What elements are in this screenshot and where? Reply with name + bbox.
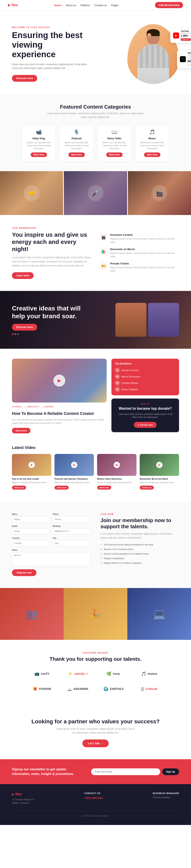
brands-grid: 📺 zooTV ⚡ velocity 9 🌿 treva. 🎵 muzica 🦊…: [26, 668, 165, 694]
footer-phone[interactable]: +6221.2002.2012: [84, 797, 103, 800]
nav-about[interactable]: About us: [66, 4, 76, 7]
donate-cta-box: Donate Wanted to became top donate? Lore…: [111, 399, 179, 432]
content-title: How To Become A Reliable Content Creator: [12, 411, 107, 416]
video-watch-button-2[interactable]: Watch now: [54, 486, 69, 490]
membership-tag: Join Membership: [12, 227, 91, 229]
perk-2: ✓ Access to FLY exclusive menu: [101, 548, 179, 551]
codelab-label: CodeLab: [146, 687, 157, 690]
add-membership-button[interactable]: Add Membership: [155, 2, 183, 8]
brand-foxhub: 🦊 FOXHUB: [26, 683, 58, 694]
perk-1: ✓ 15% discount across almost everything …: [101, 544, 179, 546]
video-title-1: How to be the best couple: [12, 477, 51, 480]
membership-cta-button[interactable]: Learn more: [12, 272, 34, 279]
podcast-icon: 🎙️: [64, 129, 89, 135]
nav-pages[interactable]: Pages: [111, 4, 119, 7]
merch-desc: Magna torquent dictum viverra aenean max…: [110, 251, 179, 258]
muzica-label: muzica: [148, 672, 157, 675]
content-image-wrapper: ▶: [12, 359, 107, 403]
read-more-button[interactable]: Read more: [12, 428, 31, 433]
play-overlay-2[interactable]: ▶: [71, 462, 77, 468]
city-field: City: [53, 537, 91, 546]
city-label: City: [53, 537, 91, 539]
donate-title: Wanted to became top donate?: [116, 406, 175, 411]
email-input[interactable]: [12, 528, 50, 534]
footer-logo[interactable]: ▶ fleu: [12, 792, 35, 796]
city-input[interactable]: [53, 540, 91, 546]
perk-check-2: ✓: [101, 548, 102, 551]
footer-brand: ▶ fleu Jl. Cempaka Wang No 22 Jakarta - …: [12, 792, 35, 805]
newsletter-signup-button[interactable]: Sign Up: [162, 768, 179, 775]
hero-person-figure: [133, 30, 173, 84]
donor-avatar-3: CW: [115, 381, 120, 385]
footer-copyright: © 2024 Fleu. All rights reserved.: [12, 811, 179, 817]
donate-desc: Lorem ipsum dolor sit amet, consectetur …: [116, 413, 175, 418]
hero-cta-button[interactable]: Discover more: [12, 75, 37, 82]
partner-cta-button[interactable]: Let's Talk →: [82, 740, 108, 747]
video-watch-button-1[interactable]: Watch now: [12, 486, 26, 490]
video-watch-button-3[interactable]: Watch now: [97, 486, 111, 490]
play-overlay-1[interactable]: ▶: [29, 462, 35, 468]
birthday-field: Birthday: [53, 525, 91, 534]
phone-input[interactable]: [53, 516, 91, 522]
play-overlay-4[interactable]: ▶: [156, 462, 162, 468]
video-desc-1: Blanca id volutpat odio bibendum lorem: [12, 481, 51, 484]
registration-form: Name Phone Email Birthday Country City: [12, 513, 90, 576]
register-button[interactable]: Register now: [12, 569, 36, 576]
play-overlay-3[interactable]: ▶: [114, 462, 120, 468]
perk-check-3: ✓: [101, 553, 102, 555]
content-section: ▶ TUTORIAL • CREATIVITY • CONTENT How To…: [0, 349, 191, 443]
nav-platform[interactable]: Platform: [80, 4, 90, 7]
banner-dots: [12, 333, 82, 335]
nav-home[interactable]: Home: [54, 4, 62, 7]
vlog-watch-button[interactable]: Watch Now: [31, 152, 47, 157]
nav-contact[interactable]: Contact us: [94, 4, 107, 7]
banner-cta-button[interactable]: Discover more: [12, 324, 37, 331]
hero-content: Welcome to Fleu Official Ensuring the be…: [12, 26, 87, 82]
hero-visual: ▶ YouTube Aliquip Ex Ea Commodo Consequa…: [127, 24, 179, 84]
category-storyteller: 📖 Story Teller Morbi in dui consullis nu…: [98, 125, 131, 161]
collage-cell-3: 💻: [127, 588, 191, 640]
donate-now-button[interactable]: ♥ Donate now: [134, 422, 157, 428]
tickets-title: Presale Tickets: [110, 262, 179, 265]
email-field: Email: [12, 525, 50, 534]
music-watch-button[interactable]: Watch Now: [144, 152, 160, 157]
video-title-2: Podcast with Barney Thompson: [54, 477, 94, 480]
merch-icon: 🛍️: [100, 248, 108, 256]
video-card-2: ▶ Podcast with Barney Thompson Blanca id…: [54, 454, 94, 491]
benefit-tickets: 🎫 Presale Tickets Magna torquent dictum …: [100, 262, 179, 272]
brand-treva: 🌿 treva.: [98, 668, 129, 679]
notes-label: Notes: [12, 549, 90, 551]
codelab-icon: {}: [141, 687, 144, 691]
nav-logo[interactable]: ▶ fleu: [8, 3, 18, 7]
partner-desc: Lorem ipsum dolor sit amet, consectetur …: [56, 727, 135, 735]
donor-name-4: Ashley Gallagher: [121, 388, 138, 391]
perk-check-4: ✓: [101, 557, 102, 560]
name-input[interactable]: [12, 516, 50, 522]
category-podcast: 🎙️ Podcast Morbi in dui consullis nulla.…: [60, 125, 93, 161]
merch-title: Discounts on Merch: [110, 248, 179, 251]
content-sidebar: Top Donations GT Georgia Thomson MR Marc…: [111, 359, 179, 433]
video-watch-button-4[interactable]: Watch now: [140, 486, 154, 490]
membership-right: 🎬 Exclusive Content Magna torquent dictu…: [100, 233, 179, 272]
partner-title: Looking for a partner who values your su…: [12, 718, 179, 725]
nav-links: Home About us Platform Contact us Pages: [54, 3, 119, 7]
phone-label: Phone: [53, 513, 91, 515]
benefit-exclusive: 🎬 Exclusive Content Magna torquent dictu…: [100, 233, 179, 244]
footer-contact-label: Contact Us: [84, 792, 103, 795]
subscribe-button[interactable]: Subscribe: [181, 38, 191, 41]
podcast-watch-button[interactable]: Watch Now: [69, 152, 85, 157]
donor-2: MR Marcus Richardson: [115, 374, 176, 379]
newsletter-email-input[interactable]: [91, 768, 160, 775]
donate-tag: Donate: [116, 403, 175, 405]
donor-avatar-2: MR: [115, 374, 120, 379]
donor-4: AG Ashley Gallagher: [115, 387, 176, 392]
birthday-input[interactable]: [53, 528, 91, 534]
country-input[interactable]: [12, 540, 50, 546]
notes-input[interactable]: [12, 552, 90, 566]
navigation: ▶ fleu Home About us Platform Contact us…: [0, 0, 191, 10]
reg-title: Join our membership now to support the t…: [101, 517, 179, 530]
storyteller-watch-button[interactable]: Watch Now: [106, 152, 122, 157]
storyteller-name: Story Teller: [102, 137, 127, 140]
partner-section: Looking for a partner who values your su…: [0, 706, 191, 759]
email-label: Email: [12, 525, 50, 527]
